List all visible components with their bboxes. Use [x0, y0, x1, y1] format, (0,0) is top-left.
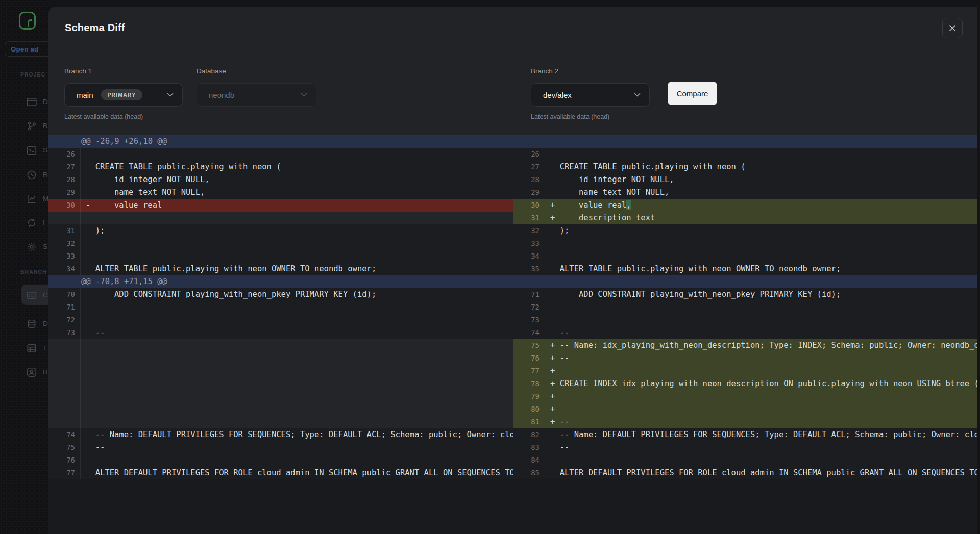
code-text: id integer NOT NULL, — [545, 173, 977, 186]
branch1-subtext: Latest available data (head) — [64, 113, 143, 120]
code-text: + description text — [545, 212, 977, 224]
line-number: 71 — [513, 288, 545, 301]
hunk-header-left: @@ -26,9 +26,10 @@ — [48, 135, 513, 148]
sql-editor-icon — [26, 145, 37, 156]
sidebar-item-roles[interactable]: R — [0, 362, 48, 382]
schema-diff-modal: Schema Diff Branch 1 Database Branch 2 m… — [48, 7, 977, 534]
line-number: 34 — [513, 250, 545, 263]
diff-line-left — [48, 352, 513, 365]
line-number: 76 — [48, 454, 80, 467]
diff-line-left: 28 id integer NOT NULL, — [48, 173, 513, 186]
diff-line-left — [48, 416, 513, 428]
line-number: 74 — [513, 326, 545, 339]
line-number: 76 — [513, 352, 545, 365]
sidebar-item-settings[interactable]: S — [0, 236, 48, 257]
diff-row: 74 -- Name: DEFAULT PRIVILEGES FOR SEQUE… — [48, 428, 977, 441]
backdrop-right-strip — [977, 0, 980, 534]
sidebar-item-branches[interactable]: B — [0, 115, 48, 136]
diff-row: 34 ALTER TABLE public.playing_with_neon … — [48, 263, 977, 275]
diff-row: 30- value real30+ value real, — [48, 199, 977, 212]
code-text: -- — [545, 326, 977, 339]
sidebar-item-databases[interactable]: D — [0, 313, 48, 334]
branch1-select[interactable]: main PRIMARY — [64, 83, 183, 107]
line-number: 31 — [513, 212, 545, 224]
modal-title: Schema Diff — [65, 22, 125, 34]
diff-line-left: 29 name text NOT NULL, — [48, 186, 513, 199]
sidebar-item-monitoring[interactable]: M — [0, 188, 48, 209]
hunk-header-text: @@ -70,8 +71,15 @@ — [48, 275, 513, 288]
hunk-header-row: @@ -70,8 +71,15 @@ — [48, 275, 977, 288]
diff-row: 81+ -- — [48, 416, 977, 428]
line-number: 74 — [48, 428, 80, 441]
diff-line-right: 78+ CREATE INDEX idx_playing_with_neon_d… — [513, 377, 977, 390]
diff-line-left — [48, 339, 513, 352]
chevron-down-icon — [634, 93, 641, 97]
diff-line-left: 74 -- Name: DEFAULT PRIVILEGES FOR SEQUE… — [48, 428, 513, 441]
line-number: 75 — [513, 339, 545, 352]
diff-line-right: 73 — [513, 314, 977, 326]
code-text — [81, 403, 513, 416]
diff-line-right: 83 -- — [513, 441, 977, 454]
sidebar-item-restore[interactable]: R — [0, 164, 48, 185]
line-number: 85 — [513, 467, 545, 479]
diff-line-right: 30+ value real, — [513, 199, 977, 212]
diff-row: 79+ — [48, 390, 977, 403]
code-text — [545, 454, 977, 467]
code-text — [81, 454, 513, 467]
diff-row: 3334 — [48, 250, 977, 263]
code-text: ); — [81, 224, 513, 237]
hunk-header-left: @@ -70,8 +71,15 @@ — [48, 275, 513, 288]
branch2-subtext: Latest available data (head) — [531, 113, 609, 120]
settings-icon — [26, 241, 37, 252]
sidebar-section-project: PROJEC — [20, 71, 45, 78]
line-number: 75 — [48, 441, 80, 454]
diff-row: 31 );32 ); — [48, 224, 977, 237]
sidebar-item-integrations[interactable]: I — [0, 212, 48, 233]
code-text — [81, 314, 513, 326]
database-select[interactable]: neondb — [197, 83, 316, 107]
branch2-select[interactable]: dev/alex — [531, 83, 650, 107]
tables-icon — [26, 343, 37, 354]
sidebar-item-dashboard[interactable]: D — [0, 91, 48, 112]
diff-line-right: 33 — [513, 237, 977, 250]
code-text — [81, 212, 513, 224]
schema-diff-view[interactable]: @@ -26,9 +26,10 @@262627 CREATE TABLE pu… — [48, 135, 977, 534]
line-number: 70 — [48, 288, 80, 301]
code-text — [81, 390, 513, 403]
code-text: -- Name: DEFAULT PRIVILEGES FOR SEQUENCE… — [545, 428, 977, 441]
sidebar-item-label: I — [43, 219, 45, 226]
close-icon — [948, 24, 957, 32]
integrations-icon — [26, 217, 37, 228]
branches-icon — [26, 120, 37, 132]
open-admin-link[interactable]: Open ad — [5, 41, 48, 57]
code-text — [81, 352, 513, 365]
diff-row: 31+ description text — [48, 212, 977, 224]
diff-line-left: 77 ALTER DEFAULT PRIVILEGES FOR ROLE clo… — [48, 467, 513, 479]
code-text: + -- — [545, 352, 977, 365]
close-button[interactable] — [942, 18, 963, 38]
branch2-value: dev/alex — [543, 91, 572, 99]
diff-line-right: 81+ -- — [513, 416, 977, 428]
line-number: 71 — [48, 301, 80, 314]
sidebar-divider — [0, 37, 48, 37]
diff-line-left: 72 — [48, 314, 513, 326]
code-text — [545, 250, 977, 263]
diff-row: 2626 — [48, 148, 977, 161]
compare-button[interactable]: Compare — [668, 82, 717, 105]
diff-row: 75+ -- Name: idx_playing_with_neon_descr… — [48, 339, 977, 352]
monitoring-icon — [26, 193, 37, 205]
database-value: neondb — [209, 91, 234, 99]
code-text — [81, 365, 513, 377]
code-text: ); — [545, 224, 977, 237]
diff-line-right: 85 ALTER DEFAULT PRIVILEGES FOR ROLE clo… — [513, 467, 977, 479]
code-text: CREATE TABLE public.playing_with_neon ( — [81, 161, 513, 173]
code-text: id integer NOT NULL, — [81, 173, 513, 186]
sidebar-item-sql-editor[interactable]: S — [0, 140, 48, 160]
line-number: 32 — [513, 224, 545, 237]
sidebar-item-computes[interactable]: C — [0, 285, 48, 305]
sidebar-item-tables[interactable]: T — [0, 338, 48, 358]
diff-line-right: 79+ — [513, 390, 977, 403]
code-text: -- — [545, 441, 977, 454]
line-number: 79 — [513, 390, 545, 403]
code-text: -- — [81, 326, 513, 339]
